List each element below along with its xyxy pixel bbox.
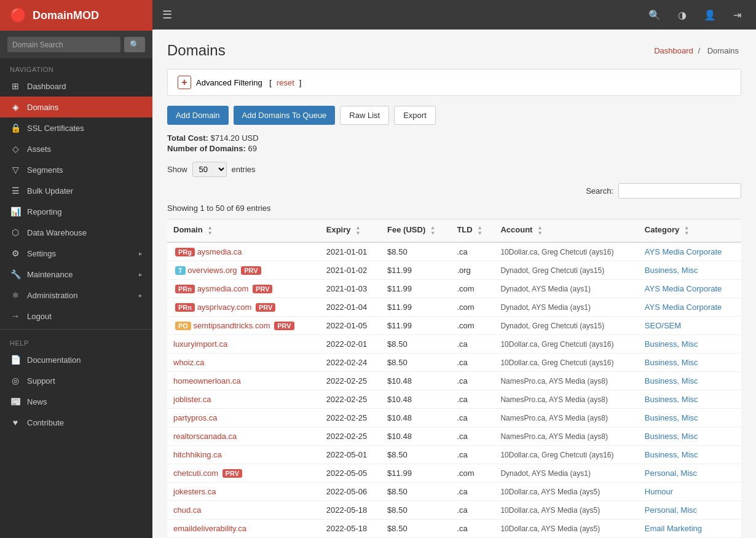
tld-cell: .ca	[451, 354, 494, 372]
category-link[interactable]: Personal, Misc	[645, 505, 697, 515]
sidebar-search-container: 🔍	[0, 31, 152, 58]
fee-cell: $8.50	[381, 483, 451, 501]
filter-reset-link[interactable]: reset	[277, 78, 294, 87]
notifications-icon[interactable]: ⇥	[728, 7, 746, 23]
search-button[interactable]: 🔍	[124, 37, 145, 52]
sidebar-item-contribute[interactable]: ♥ Contribute	[0, 412, 152, 433]
domain-link[interactable]: aysmedia.com	[197, 284, 249, 293]
sidebar-item-administration[interactable]: ⚛ Administration ▸	[0, 285, 152, 306]
category-link[interactable]: Business, Misc	[645, 413, 698, 422]
account-value: 10Dollar.ca, AYS Media (ays5)	[500, 506, 600, 515]
export-button[interactable]: Export	[394, 106, 436, 125]
category-link[interactable]: Business, Misc	[645, 339, 698, 349]
sidebar-item-assets[interactable]: ◇ Assets	[0, 138, 152, 159]
sidebar-item-logout[interactable]: → Logout	[0, 306, 152, 326]
sidebar-header: 🔴 DomainMOD	[0, 0, 152, 31]
account-value: 10Dollar.ca, Greg Chetcuti (ays16)	[500, 358, 613, 367]
category-link[interactable]: Business, Misc	[645, 266, 698, 275]
domain-link[interactable]: jokesters.ca	[173, 487, 216, 496]
sidebar-item-label: Maintenance	[27, 270, 133, 279]
category-link[interactable]: Business, Misc	[645, 395, 698, 404]
sidebar-item-domains[interactable]: ◈ Domains	[0, 97, 152, 117]
domain-link[interactable]: hitchhiking.ca	[173, 450, 222, 459]
sidebar-item-support[interactable]: ◎ Support	[0, 370, 152, 391]
account-value: 10Dollar.ca, AYS Media (ays5)	[500, 488, 600, 496]
sidebar-item-maintenance[interactable]: 🔧 Maintenance ▸	[0, 264, 152, 285]
category-link[interactable]: Business, Misc	[645, 432, 698, 441]
expiry-cell: 2022-02-25	[320, 409, 381, 427]
account-cell: 10Dollar.ca, AYS Media (ays5)	[494, 501, 638, 520]
chevron-right-icon: ▸	[139, 250, 143, 258]
domain-link[interactable]: partypros.ca	[173, 413, 218, 422]
sidebar-item-label: Domains	[27, 103, 143, 112]
tld-cell: .org	[451, 261, 494, 280]
category-cell: Business, Misc	[639, 261, 741, 280]
menu-toggle-button[interactable]: ☰	[162, 8, 172, 22]
fee-cell: $8.50	[381, 242, 451, 261]
sidebar-item-label: Segments	[27, 165, 143, 175]
table-row: chetcuti.com PRV2022-05-05$11.99.comDyna…	[167, 464, 741, 483]
category-link[interactable]: AYS Media Corporate	[645, 303, 722, 312]
tld-cell: .com	[451, 280, 494, 298]
fee-cell: $10.48	[381, 372, 451, 390]
domain-link[interactable]: joblister.ca	[173, 395, 211, 404]
col-expiry[interactable]: Expiry ▲▼	[320, 220, 381, 243]
table-search-input[interactable]	[618, 183, 741, 199]
theme-icon[interactable]: ◑	[673, 7, 691, 23]
col-domain[interactable]: Domain ▲▼	[167, 220, 320, 243]
raw-list-button[interactable]: Raw List	[340, 106, 389, 125]
col-category[interactable]: Category ▲▼	[639, 220, 741, 243]
domain-link[interactable]: realtorscanada.ca	[173, 432, 237, 441]
category-link[interactable]: Business, Misc	[645, 376, 698, 386]
domain-link[interactable]: chud.ca	[173, 505, 202, 515]
col-tld[interactable]: TLD ▲▼	[451, 220, 494, 243]
total-cost-line: Total Cost: $714.20 USD	[167, 133, 741, 143]
table-row: PRn aysmedia.com PRV2021-01-03$11.99.com…	[167, 280, 741, 298]
domain-link[interactable]: whoiz.ca	[173, 358, 205, 367]
category-link[interactable]: AYS Media Corporate	[645, 284, 722, 293]
account-cell: Dynadot, AYS Media (ays1)	[494, 464, 638, 483]
sidebar-item-settings[interactable]: ⚙ Settings ▸	[0, 243, 152, 264]
add-domain-button[interactable]: Add Domain	[167, 106, 229, 125]
breadcrumb-home-link[interactable]: Dashboard	[654, 46, 693, 55]
domain-link[interactable]: chetcuti.com	[173, 469, 218, 478]
category-link[interactable]: Email Marketing	[645, 524, 702, 533]
sidebar-item-documentation[interactable]: 📄 Documentation	[0, 349, 152, 370]
domain-link[interactable]: emaildeliverability.ca	[173, 524, 246, 533]
category-cell: Email Marketing	[639, 520, 741, 538]
user-icon[interactable]: 👤	[699, 7, 721, 23]
category-link[interactable]: Business, Misc	[645, 358, 698, 367]
col-account[interactable]: Account ▲▼	[494, 220, 638, 243]
sidebar-item-label: Support	[27, 376, 143, 386]
filter-toggle-button[interactable]: +	[178, 76, 191, 89]
category-link[interactable]: Humour	[645, 487, 673, 496]
domain-link[interactable]: overviews.org	[187, 266, 237, 275]
search-input[interactable]	[7, 37, 120, 52]
domain-link[interactable]: semtipsandtricks.com	[194, 321, 270, 330]
category-link[interactable]: AYS Media Corporate	[645, 247, 722, 256]
sidebar-item-reporting[interactable]: 📊 Reporting	[0, 201, 152, 222]
col-fee[interactable]: Fee (USD) ▲▼	[381, 220, 451, 243]
sidebar-item-data-warehouse[interactable]: ⬡ Data Warehouse	[0, 222, 152, 243]
tld-cell: .ca	[451, 390, 494, 409]
domain-link[interactable]: homeownerloan.ca	[173, 376, 241, 386]
domain-link[interactable]: aysmedia.ca	[197, 247, 242, 256]
sidebar-item-ssl-certificates[interactable]: 🔒 SSL Certificates	[0, 117, 152, 138]
entries-select[interactable]: 10 25 50 100	[192, 162, 227, 177]
add-to-queue-button[interactable]: Add Domains To Queue	[234, 106, 336, 125]
domain-link[interactable]: aysprivacy.com	[197, 303, 252, 312]
sidebar-item-news[interactable]: 📰 News	[0, 391, 152, 412]
account-cell: Dynadot, AYS Media (ays1)	[494, 280, 638, 298]
fee-cell: $10.48	[381, 409, 451, 427]
fee-cell: $8.50	[381, 335, 451, 354]
category-link[interactable]: Personal, Misc	[645, 469, 697, 478]
category-link[interactable]: SEO/SEM	[645, 321, 681, 330]
search-icon[interactable]: 🔍	[644, 7, 666, 23]
sidebar-item-segments[interactable]: ▽ Segments	[0, 159, 152, 180]
category-link[interactable]: Business, Misc	[645, 450, 698, 459]
sidebar-item-bulk-updater[interactable]: ☰ Bulk Updater	[0, 180, 152, 201]
domain-link[interactable]: luxuryimport.ca	[173, 339, 227, 349]
account-value: 10Dollar.ca, Greg Chetcuti (ays16)	[500, 451, 613, 459]
category-cell: Personal, Misc	[639, 501, 741, 520]
sidebar-item-dashboard[interactable]: ⊞ Dashboard	[0, 76, 152, 97]
